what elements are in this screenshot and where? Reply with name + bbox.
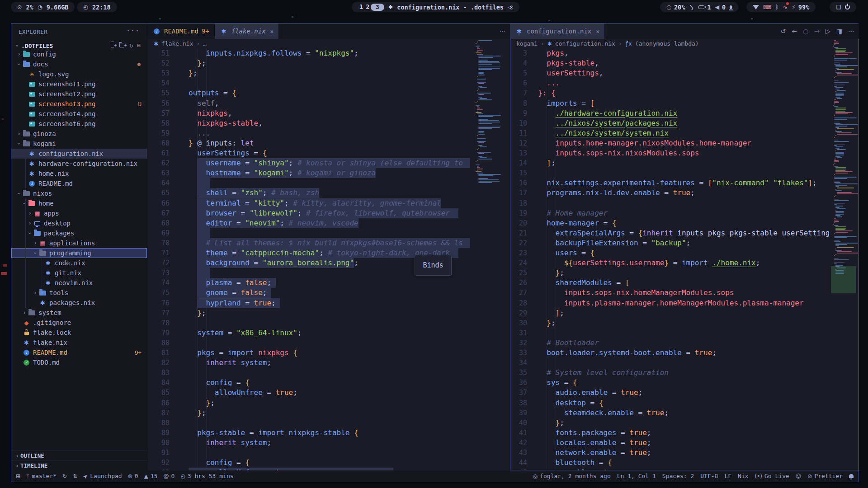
minimap-line bbox=[835, 171, 853, 172]
panel-outline[interactable]: ›OUTLINE bbox=[11, 450, 147, 460]
new-file-button[interactable] bbox=[111, 42, 115, 47]
tree-item-home.nix[interactable]: ✱home.nix bbox=[11, 169, 147, 178]
tree-item-screenshot6.png[interactable]: screenshot6.png bbox=[11, 119, 147, 129]
history-icon[interactable]: ↺ bbox=[781, 28, 786, 35]
tree-item-kogami[interactable]: ›kogami bbox=[11, 139, 147, 149]
tree-item-tools[interactable]: ›tools bbox=[11, 288, 147, 298]
status-encoding[interactable]: UTF-8 bbox=[700, 473, 718, 479]
disk-usage-icon[interactable]: ○20% bbox=[666, 4, 685, 11]
close-icon[interactable]: ✕ bbox=[270, 28, 274, 35]
status-language-mode[interactable]: Nix bbox=[738, 473, 748, 479]
tree-item-nixos[interactable]: ›nixos bbox=[11, 188, 147, 198]
battery-device-icon[interactable]: 1 bbox=[698, 4, 711, 11]
circle-icon[interactable]: ○ bbox=[803, 28, 808, 35]
tree-item-apps[interactable]: ›▦apps bbox=[11, 208, 147, 218]
tree-item-.gitignore[interactable]: ◆.gitignore bbox=[11, 318, 147, 328]
minimap-line bbox=[834, 159, 836, 160]
minimap-line bbox=[478, 89, 479, 89]
tree-item-flake.lock[interactable]: flake.lock bbox=[11, 328, 147, 338]
status-last-commit[interactable]: ◎foglar, 2 months ago bbox=[533, 473, 611, 479]
tree-item-system[interactable]: ›system bbox=[11, 308, 147, 318]
code-line: 42 locales.enable = true; bbox=[510, 438, 829, 448]
keyboard-layout-icon[interactable]: ⌨ bbox=[763, 4, 771, 10]
bluetooth-icon[interactable]: ᛒ bbox=[775, 4, 779, 10]
minimap-line bbox=[478, 131, 484, 132]
tree-item-README.md[interactable]: iREADME.md9+ bbox=[11, 347, 147, 357]
minimap[interactable] bbox=[831, 40, 859, 470]
status-git-sync[interactable]: ↻ bbox=[62, 473, 67, 479]
workspace-1[interactable]: 1 bbox=[358, 3, 364, 10]
run-icon[interactable]: ▷ bbox=[826, 28, 830, 35]
tree-item-ginoza[interactable]: ›ginoza bbox=[11, 129, 147, 139]
tab-flake.nix[interactable]: ✱flake.nix✕ bbox=[215, 23, 279, 39]
refresh-explorer-button[interactable]: ↻ bbox=[129, 42, 133, 50]
tree-item-git.nix[interactable]: ✱git.nix bbox=[11, 268, 147, 278]
explorer-more-actions[interactable]: ··· bbox=[126, 27, 140, 35]
tree-item-desktop[interactable]: ›desktop bbox=[11, 218, 147, 228]
forward-icon[interactable]: → bbox=[814, 28, 820, 35]
status-warnings[interactable]: ▲15 bbox=[144, 473, 158, 479]
minimap-line bbox=[835, 87, 843, 88]
tree-item-home[interactable]: ›home bbox=[11, 198, 147, 208]
tree-item-hardware-configuration.nix[interactable]: ✱hardware-configuration.nix bbox=[11, 159, 147, 169]
status-eol[interactable]: LF bbox=[724, 473, 731, 479]
panel-timeline[interactable]: ›TIMELINE bbox=[11, 460, 147, 470]
clipboard-icon[interactable]: ❏ bbox=[836, 4, 841, 10]
network-icon[interactable] bbox=[753, 5, 759, 9]
workspace-3[interactable]: 3 bbox=[371, 4, 384, 11]
tree-item-packages.nix[interactable]: ✱packages.nix bbox=[11, 298, 147, 308]
more-icon[interactable]: ⋯ bbox=[848, 28, 854, 35]
workspace-2[interactable]: 2 bbox=[364, 3, 371, 10]
status-notifications[interactable] bbox=[849, 474, 854, 478]
new-folder-button[interactable] bbox=[119, 43, 125, 47]
back-icon[interactable]: ← bbox=[792, 28, 797, 35]
code-line: 31 bbox=[510, 328, 829, 338]
status-remote-window[interactable]: ⊞ bbox=[16, 473, 20, 479]
status-copilot[interactable]: ☺ bbox=[796, 473, 802, 479]
collapse-folders-button[interactable]: ⊟ bbox=[137, 42, 141, 50]
tab-configuration.nix[interactable]: ✱configuration.nix✕ bbox=[510, 23, 605, 39]
tree-item-screenshot1.png[interactable]: screenshot1.png bbox=[11, 79, 147, 89]
minimap-line bbox=[835, 211, 844, 212]
tab-README.md[interactable]: iREADME.md9+ bbox=[147, 23, 215, 39]
tree-item-config[interactable]: ›config bbox=[11, 49, 147, 59]
tree-item-README.md[interactable]: iREADME.md bbox=[11, 178, 147, 188]
tree-item-screenshot2.png[interactable]: screenshot2.png bbox=[11, 89, 147, 99]
tree-item-neovim.nix[interactable]: ✱neovim.nix bbox=[11, 278, 147, 288]
battery-icon[interactable]: ⚡99% bbox=[792, 4, 809, 11]
tree-item-code.nix[interactable]: ✱code.nix bbox=[11, 258, 147, 268]
tree-item-applications[interactable]: ›▦applications bbox=[11, 238, 147, 248]
status-indentation[interactable]: Spaces: 2 bbox=[662, 473, 694, 479]
status-go-live[interactable]: (•)Go Live bbox=[755, 473, 789, 479]
status-git-graph[interactable]: ⇅ bbox=[73, 473, 77, 479]
tree-item-docs[interactable]: ›docs bbox=[11, 59, 147, 69]
status-ports[interactable]: @0 bbox=[163, 473, 175, 479]
status-prettier[interactable]: ⊘Prettier bbox=[807, 473, 843, 479]
tree-item-logo.svg[interactable]: ✳logo.svg bbox=[11, 69, 147, 79]
tree-item-packages[interactable]: ›packages bbox=[11, 228, 147, 238]
breadcrumb[interactable]: ✱flake.nix›… bbox=[147, 39, 510, 48]
volume-icon[interactable]: ◀0 bbox=[715, 4, 726, 11]
power-icon[interactable] bbox=[845, 5, 850, 9]
more-tabs-icon[interactable]: ··· bbox=[500, 28, 505, 35]
minimap[interactable] bbox=[474, 40, 510, 470]
close-icon[interactable]: ✕ bbox=[596, 28, 599, 35]
tree-item-TODO.md[interactable]: ✓TODO.md bbox=[11, 357, 147, 367]
tree-item-programming[interactable]: ›programming bbox=[11, 248, 147, 258]
tree-item-screenshot3.png[interactable]: screenshot3.pngU bbox=[11, 99, 147, 109]
status-git-branch[interactable]: ᛘmaster* bbox=[26, 473, 57, 479]
status-launchpad[interactable]: ➤Launchpad bbox=[83, 473, 122, 479]
code-editor[interactable]: 3 pkgs,4 pkgs-stable,5 userSettings,6 ..… bbox=[510, 48, 829, 470]
tree-item-screenshot4.png[interactable]: screenshot4.png bbox=[11, 109, 147, 119]
split-editor-icon[interactable]: ◨ bbox=[836, 28, 842, 35]
screen-recorder-icon[interactable]: ∿ bbox=[783, 4, 788, 10]
code-text: bluetooth = { bbox=[538, 458, 612, 468]
status-coding-time[interactable]: ◴3 hrs 53 mins bbox=[180, 473, 233, 479]
status-cursor-position[interactable]: Ln 1, Col 1 bbox=[617, 473, 656, 479]
tree-item-configuration.nix[interactable]: ✱configuration.nix bbox=[11, 149, 147, 159]
status-errors[interactable]: ⊗0 bbox=[128, 473, 138, 479]
microphone-icon[interactable] bbox=[730, 5, 732, 9]
tree-item-flake.nix[interactable]: ✱flake.nix bbox=[11, 338, 147, 347]
breadcrumb[interactable]: kogami›✱configuration.nix›ƒx(anonymous l… bbox=[510, 39, 859, 48]
wifi-icon[interactable] bbox=[689, 5, 694, 9]
